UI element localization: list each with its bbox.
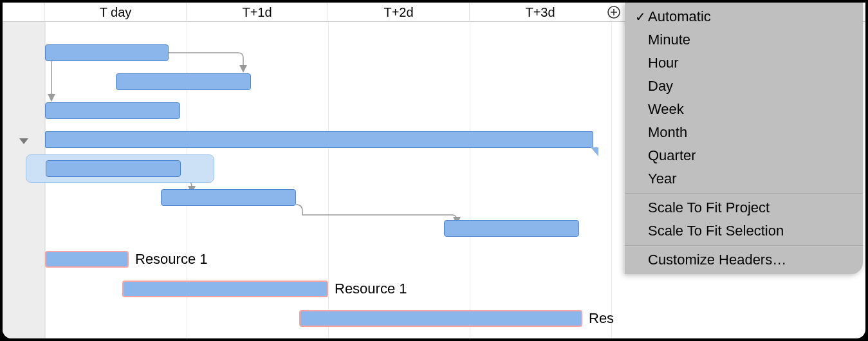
gantt-window: T day T+1d T+2d T+3d [3,3,865,338]
menu-section-units: ✓ Automatic Minute Hour Day Week Mont [625,3,863,193]
menu-item-week[interactable]: Week [625,98,863,121]
menu-item-label: Day [648,78,673,95]
menu-item-scale-selection[interactable]: Scale To Fit Selection [625,219,863,243]
menu-item-scale-project[interactable]: Scale To Fit Project [625,196,863,219]
menu-item-label: Customize Headers… [648,252,786,268]
task-bar-selected[interactable] [26,154,214,183]
menu-item-label: Automatic [648,8,711,25]
task-bar[interactable] [161,189,296,206]
menu-item-label: Month [648,124,687,141]
menu-item-year[interactable]: Year [625,167,863,190]
plus-circle-icon [607,5,621,19]
resource-label: Resource 1 [335,281,407,297]
task-bar[interactable] [45,102,180,119]
resource-label: Res [589,310,614,327]
menu-item-month[interactable]: Month [625,121,863,144]
menu-section-customize: Customize Headers… [625,245,863,274]
task-bar[interactable] [444,220,579,237]
menu-item-label: Minute [648,32,690,48]
chevron-down-icon [18,135,30,147]
menu-item-label: Scale To Fit Selection [648,223,784,239]
menu-item-label: Week [648,101,684,118]
menu-item-label: Scale To Fit Project [648,199,770,216]
resource-bar[interactable] [45,251,129,268]
summary-bar[interactable] [45,131,593,148]
header-gutter [3,3,45,22]
timeline-column-3[interactable]: T+3d [470,3,611,22]
timeline-column-1[interactable]: T+1d [187,3,328,22]
menu-item-quarter[interactable]: Quarter [625,144,863,167]
menu-item-day[interactable]: Day [625,75,863,98]
menu-item-customize-headers[interactable]: Customize Headers… [625,248,863,272]
svg-marker-3 [19,138,28,144]
timescale-menu: ✓ Automatic Minute Hour Day Week Mont [625,3,863,274]
disclosure-triangle[interactable] [18,135,30,147]
menu-item-label: Year [648,170,676,187]
check-icon: ✓ [633,9,648,24]
summary-bar-end-icon [591,147,598,156]
menu-item-hour[interactable]: Hour [625,51,863,75]
resource-bar[interactable] [299,310,582,327]
resource-bar[interactable] [122,281,328,297]
add-scale-button[interactable] [607,5,621,19]
menu-item-label: Hour [648,55,679,71]
menu-item-minute[interactable]: Minute [625,28,863,51]
menu-item-label: Quarter [648,147,696,164]
task-bar[interactable] [46,160,181,177]
task-bar[interactable] [45,44,169,61]
task-bar[interactable] [116,73,251,90]
menu-section-scale: Scale To Fit Project Scale To Fit Select… [625,193,863,245]
timeline-column-0[interactable]: T day [45,3,187,22]
menu-item-automatic[interactable]: ✓ Automatic [625,5,863,28]
timeline-column-2[interactable]: T+2d [328,3,470,22]
resource-label: Resource 1 [135,251,208,268]
